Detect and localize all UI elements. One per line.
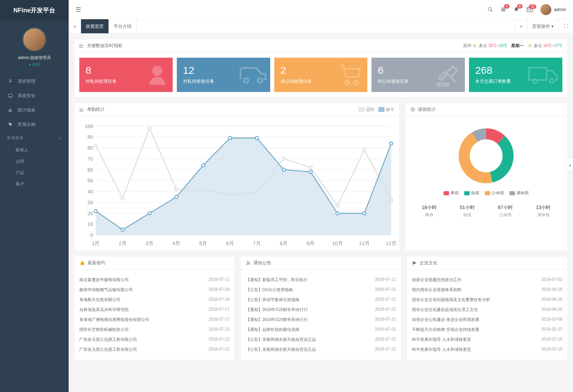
svg-text:10月: 10月 bbox=[332, 241, 343, 246]
svg-rect-18 bbox=[438, 83, 448, 85]
gear-icon[interactable]: ⚙ bbox=[58, 136, 62, 141]
list-item[interactable]: 青海省广播电视信息网络股份有限公司 2016-07-17 bbox=[79, 315, 230, 325]
list-item[interactable]: 【通知】品牌价值的最佳选择 2016-07-21 bbox=[246, 325, 396, 335]
svg-point-79 bbox=[390, 142, 393, 145]
nav-label-3: 常用示例 bbox=[18, 122, 35, 128]
list-item-title: 国营长空精密机械制造公司 bbox=[79, 327, 129, 333]
svg-point-13 bbox=[152, 66, 162, 76]
user-menu[interactable]: admin bbox=[540, 4, 566, 15]
attendance-panel: 考勤统计 迟到 缺卡 01020304050607080901001月2月3月4… bbox=[74, 103, 400, 251]
list-item[interactable]: 创新企业党建思想政治工作 2016-07-02 bbox=[412, 275, 562, 285]
fav-item-1[interactable]: ☆ 合同 bbox=[0, 156, 69, 167]
chevron-right-icon: › bbox=[61, 108, 62, 112]
fav-item-0[interactable]: ☆ 联系人 bbox=[0, 145, 69, 156]
list-item-date: 2016-07-17 bbox=[208, 317, 229, 323]
list-item[interactable]: 国有企业文化问题根源及文化重塑任务分析 2016-06-26 bbox=[412, 295, 562, 305]
legend-absent: 缺卡 bbox=[378, 107, 394, 113]
fav-item-3[interactable]: ☆ 客户 bbox=[0, 178, 69, 190]
badge-mail: 16 bbox=[529, 4, 536, 9]
stat-card-1[interactable]: 12 对私待签收任务 bbox=[177, 58, 270, 92]
weather-t1l: 28℃ bbox=[499, 43, 507, 48]
tab-intro[interactable]: 平台介绍 bbox=[109, 19, 137, 33]
nav-icon-3 bbox=[8, 122, 14, 127]
list-item-date: 2016-07-13 bbox=[208, 327, 229, 333]
stat-card-3[interactable]: 6 对公待签收任务 bbox=[371, 58, 465, 92]
list-item-date: 2016-07-21 bbox=[375, 317, 396, 323]
nav-item-0[interactable]: 系统管理 › bbox=[0, 74, 69, 89]
list-item[interactable]: 【公告】采购商城全新升级自营业正品 2016-07-21 bbox=[246, 335, 396, 345]
list-item-date: 2016-02-15 bbox=[541, 337, 562, 343]
fav-item-2[interactable]: ☆ 产品 bbox=[0, 167, 69, 178]
area-chart-icon bbox=[79, 107, 84, 112]
nav-icon-0 bbox=[8, 79, 14, 84]
stat-card-4[interactable]: 268 本月交易订单数量 bbox=[469, 58, 562, 92]
svg-text:3月: 3月 bbox=[146, 241, 153, 246]
list-item[interactable]: 曲靖市绿能燃气运输有限公司 2016-07-20 bbox=[79, 285, 230, 295]
tasks-icon[interactable]: 5 bbox=[501, 7, 506, 12]
mail-icon[interactable]: 16 bbox=[527, 7, 533, 12]
list-item[interactable]: 国营长空精密机械制造公司 2016-07-13 bbox=[79, 325, 230, 335]
list-item[interactable]: 国有企业文化建设必须突出员工文化 2016-04-20 bbox=[412, 305, 562, 315]
tab-prev[interactable]: « bbox=[69, 19, 81, 33]
nav-item-2[interactable]: 统计报表 › bbox=[0, 103, 69, 117]
list-item-date: 2016-07-21 bbox=[208, 277, 229, 283]
list-item-title: 【通知】2016年G20财长和央行行 bbox=[246, 317, 308, 323]
stat-icon-1 bbox=[239, 65, 267, 85]
list-item-title: 加强企业公民建设 推进企业和谐发展 bbox=[412, 317, 479, 323]
list-item-date: 2016-07-12 bbox=[208, 347, 229, 353]
list-item-title: 广东友元国土信息工程有限公司 bbox=[79, 337, 137, 343]
list-item-date: 2016-07-19 bbox=[208, 297, 229, 303]
svg-line-8 bbox=[491, 10, 492, 12]
list-item[interactable]: 【公告】采购商城全新升级自营业正品 2016-07-21 bbox=[246, 345, 396, 355]
search-icon[interactable] bbox=[488, 7, 493, 12]
list-item[interactable]: 现代国有企业道德体系初构 2016-06-18 bbox=[412, 285, 562, 295]
pie-chart-icon bbox=[410, 107, 415, 112]
list-item[interactable]: 【公告】劳动节集体出游指南 2016-07-21 bbox=[246, 295, 396, 305]
weather-icon2: ⛅ bbox=[528, 43, 533, 48]
donut-stat-1: 51小时病假 bbox=[460, 205, 475, 218]
list-item[interactable]: 吉林省蔬菜花卉科学研究院 2016-07-17 bbox=[79, 305, 230, 315]
list-item[interactable]: 广东友元国土信息工程有限公司 2016-07-12 bbox=[79, 345, 230, 355]
menu-toggle-icon[interactable]: ☰ bbox=[76, 6, 81, 13]
tab-home[interactable]: 欢迎首页 bbox=[81, 19, 109, 33]
svg-text:11月: 11月 bbox=[359, 241, 370, 246]
badge-tasks: 5 bbox=[504, 4, 509, 9]
plane-icon bbox=[412, 261, 417, 265]
list-item[interactable]: 加强企业公民建设 推进企业和谐发展 2016-03-08 bbox=[412, 315, 562, 325]
stat-icon-0 bbox=[145, 63, 169, 87]
star-icon: ☆ bbox=[7, 170, 11, 175]
nav-item-3[interactable]: 常用示例 › bbox=[0, 117, 69, 132]
list-item[interactable]: 青海航天信息有限公司 2016-07-19 bbox=[79, 295, 230, 305]
list-item-date: 2016-07-21 bbox=[375, 287, 396, 293]
chevron-right-icon: › bbox=[61, 123, 62, 127]
stat-icon-3 bbox=[436, 62, 461, 88]
list-item[interactable]: 【通知】新版员工守则，即日执行 2016-07-21 bbox=[246, 275, 396, 285]
rss-icon bbox=[246, 261, 251, 265]
side-handle[interactable]: ◂ bbox=[566, 158, 573, 172]
svg-point-64 bbox=[309, 166, 312, 169]
list-item[interactable]: 科学发展作指导 人水和谐路更宽 2016-02-15 bbox=[412, 345, 562, 355]
tab-ops[interactable]: 页签操作 ▾ bbox=[527, 19, 559, 33]
svg-point-16 bbox=[345, 81, 349, 85]
tabbar: « 欢迎首页 平台介绍 » 页签操作 ▾ ⛶ bbox=[69, 19, 573, 34]
svg-point-15 bbox=[257, 78, 262, 83]
list-item-date: 2016-07-17 bbox=[208, 307, 229, 313]
list-item[interactable]: 【通知】2016年G20财长和央行行 2016-07-21 bbox=[246, 305, 396, 315]
stat-card-2[interactable]: 2 对公待处理任务 bbox=[274, 58, 368, 92]
avatar[interactable] bbox=[22, 27, 46, 51]
tab-next[interactable]: » bbox=[515, 19, 527, 33]
list-item[interactable]: 不断提升大庆精神 实现企业持续发展 2016-02-22 bbox=[412, 325, 562, 335]
nav-label-1: 系统安全 bbox=[18, 93, 35, 99]
list-item[interactable]: 【公告】OA办公使用指南 2016-07-21 bbox=[246, 285, 396, 295]
stat-card-0[interactable]: 8 对私待处理任务 bbox=[79, 58, 173, 92]
list-item[interactable]: 科学发展作指导 人水和谐路更宽 2016-02-15 bbox=[412, 335, 562, 345]
svg-text:1月: 1月 bbox=[92, 241, 100, 246]
list-item[interactable]: 【通知】2016年G20财长和央行行 2016-07-21 bbox=[246, 315, 396, 325]
list-item[interactable]: 南京森鹿皮件服饰有限公司 2016-07-21 bbox=[79, 275, 230, 285]
fullscreen-icon[interactable]: ⛶ bbox=[559, 19, 573, 33]
nav-item-1[interactable]: 系统安全 › bbox=[0, 89, 69, 103]
list-item-date: 2016-06-18 bbox=[541, 287, 562, 293]
bell-icon[interactable]: 8 bbox=[514, 7, 519, 12]
list-item-date: 2016-07-21 bbox=[375, 337, 396, 343]
list-item[interactable]: 广东友元国土信息工程有限公司 2016-07-12 bbox=[79, 335, 230, 345]
